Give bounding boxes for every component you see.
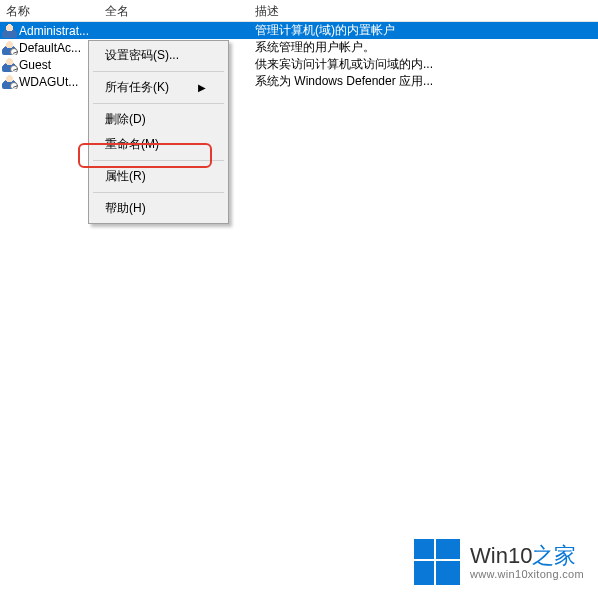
- user-icon: [2, 40, 17, 55]
- menu-rename[interactable]: 重命名(M): [91, 132, 226, 157]
- user-description: 管理计算机(域)的内置帐户: [249, 22, 596, 39]
- menu-all-tasks[interactable]: 所有任务(K) ▶: [91, 75, 226, 100]
- user-description: 系统为 Windows Defender 应用...: [249, 73, 596, 90]
- col-header-description[interactable]: 描述: [249, 0, 596, 21]
- menu-label: 删除(D): [105, 111, 146, 128]
- user-icon: [2, 57, 17, 72]
- brand-accent: 之家: [532, 543, 576, 568]
- menu-label: 设置密码(S)...: [105, 47, 179, 64]
- windows-logo-icon: [414, 539, 460, 585]
- menu-label: 重命名(M): [105, 136, 159, 153]
- menu-help[interactable]: 帮助(H): [91, 196, 226, 221]
- brand-url: www.win10xitong.com: [470, 568, 584, 580]
- user-description: 系统管理的用户帐户。: [249, 39, 596, 56]
- col-header-name[interactable]: 名称: [0, 0, 99, 21]
- context-menu: 设置密码(S)... 所有任务(K) ▶ 删除(D) 重命名(M) 属性(R) …: [88, 40, 229, 224]
- menu-separator: [93, 103, 224, 104]
- user-row[interactable]: Administrat... 管理计算机(域)的内置帐户: [0, 22, 598, 39]
- menu-set-password[interactable]: 设置密码(S)...: [91, 43, 226, 68]
- user-name: WDAGUt...: [19, 75, 78, 89]
- menu-label: 所有任务(K): [105, 79, 169, 96]
- menu-properties[interactable]: 属性(R): [91, 164, 226, 189]
- chevron-right-icon: ▶: [198, 82, 206, 93]
- user-icon: [2, 23, 17, 38]
- watermark-text: Win10之家 www.win10xitong.com: [470, 544, 584, 580]
- menu-separator: [93, 192, 224, 193]
- user-name: DefaultAc...: [19, 41, 81, 55]
- menu-delete[interactable]: 删除(D): [91, 107, 226, 132]
- col-header-fullname[interactable]: 全名: [99, 0, 249, 21]
- watermark: Win10之家 www.win10xitong.com: [414, 539, 584, 585]
- user-name: Guest: [19, 58, 51, 72]
- menu-separator: [93, 160, 224, 161]
- user-description: 供来宾访问计算机或访问域的内...: [249, 56, 596, 73]
- menu-label: 属性(R): [105, 168, 146, 185]
- list-header: 名称 全名 描述: [0, 0, 598, 22]
- brand-main: Win10: [470, 543, 532, 568]
- user-icon: [2, 74, 17, 89]
- menu-label: 帮助(H): [105, 200, 146, 217]
- menu-separator: [93, 71, 224, 72]
- user-name: Administrat...: [19, 24, 89, 38]
